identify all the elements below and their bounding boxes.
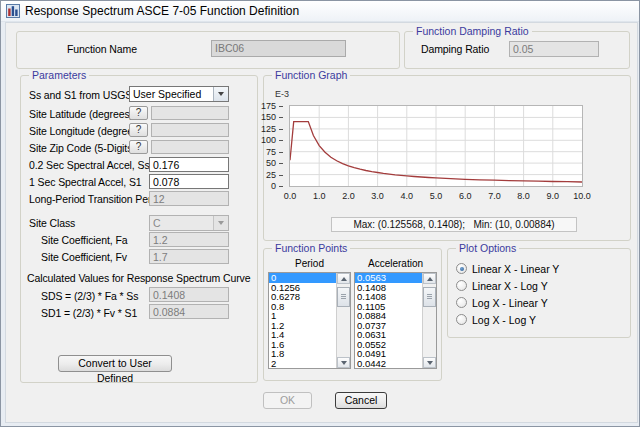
fa-input[interactable]: 1.2: [149, 232, 229, 247]
damping-ratio-label: Damping Ratio: [421, 43, 489, 55]
x-tick-label: 4.0: [401, 191, 414, 201]
y-axis-ticks: 1751501251007550250: [253, 106, 283, 186]
list-item[interactable]: 0.8: [269, 302, 336, 312]
cancel-button[interactable]: Cancel: [335, 392, 387, 409]
list-item[interactable]: 2: [269, 359, 336, 369]
usgs-label: Ss and S1 from USGS -: [29, 89, 138, 101]
x-tick-label: 5.0: [430, 191, 443, 201]
y-tick-label: 125: [261, 124, 276, 134]
site-zip-input[interactable]: [151, 140, 229, 154]
plot-option-4[interactable]: Log X - Log Y: [456, 314, 624, 325]
plot-option-label: Linear X - Linear Y: [472, 263, 559, 275]
function-name-label: Function Name: [67, 43, 137, 55]
s1-label: 1 Sec Spectral Accel, S1: [29, 176, 142, 188]
y-tick-label: 25: [266, 170, 276, 180]
plot-option-1[interactable]: Linear X - Linear Y: [456, 263, 624, 274]
fv-label: Site Coefficient, Fv: [41, 251, 127, 263]
sd1-input[interactable]: 0.0884: [149, 304, 229, 319]
damping-ratio-input[interactable]: 0.05: [509, 41, 599, 57]
radio-icon[interactable]: [456, 297, 467, 308]
y-tick-label: 175: [261, 101, 276, 111]
period-list[interactable]: 00.12560.62780.811.21.41.61.82: [268, 272, 351, 369]
x-tick-label: 0.0: [284, 191, 297, 201]
plot-option-label: Linear X - Log Y: [472, 280, 548, 292]
sds-input[interactable]: 0.1408: [149, 287, 229, 302]
plot-options-group-label: Plot Options: [456, 242, 519, 254]
dialog-window: Response Spectrum ASCE 7-05 Function Def…: [0, 0, 640, 427]
x-tick-label: 7.0: [488, 191, 501, 201]
y-tick-label: 0: [271, 181, 276, 191]
x-tick-label: 1.0: [313, 191, 326, 201]
x-tick-label: 3.0: [371, 191, 384, 201]
x-tick-label: 2.0: [342, 191, 355, 201]
ok-button[interactable]: OK: [263, 392, 312, 409]
ss-input[interactable]: 0.176: [149, 157, 229, 172]
scroll-up-icon[interactable]: [423, 273, 436, 284]
chevron-down-icon[interactable]: [213, 87, 228, 101]
acceleration-list-items[interactable]: 0.05630.14080.14080.11050.08840.07370.06…: [355, 273, 422, 368]
damping-group-label: Function Damping Ratio: [413, 25, 532, 37]
y-tick-label: 100: [261, 135, 276, 145]
x-tick-label: 8.0: [517, 191, 530, 201]
fv-input[interactable]: 1.7: [149, 249, 229, 264]
app-icon: [6, 4, 20, 18]
calculated-values-label: Calculated Values for Response Spectrum …: [27, 272, 251, 284]
site-longitude-label: Site Longitude (degrees): [29, 125, 142, 137]
plot-option-label: Log X - Log Y: [472, 314, 536, 326]
list-item[interactable]: 0.0442: [355, 359, 422, 369]
fa-label: Site Coefficient, Fa: [41, 234, 128, 246]
max-min-status: Max: (0.125568, 0.1408); Min: (10, 0.008…: [331, 217, 577, 232]
scrollbar-thumb[interactable]: [337, 287, 350, 307]
plot-option-label: Log X - Linear Y: [472, 297, 548, 309]
response-spectrum-plot: [289, 105, 583, 187]
scroll-up-icon[interactable]: [337, 273, 350, 284]
ss-label: 0.2 Sec Spectral Accel, Ss: [29, 159, 150, 171]
site-class-select[interactable]: C: [149, 215, 229, 231]
sd1-label: SD1 = (2/3) * Fv * S1: [41, 307, 137, 319]
y-tick-label: 75: [266, 147, 276, 157]
usgs-select[interactable]: User Specified: [129, 86, 229, 102]
acceleration-list-scrollbar[interactable]: [422, 273, 436, 368]
sds-label: SDS = (2/3) * Fa * Ss: [41, 290, 138, 302]
list-item[interactable]: 1.8: [269, 349, 336, 359]
function-graph-group-label: Function Graph: [272, 69, 350, 81]
scrollbar-thumb[interactable]: [423, 287, 436, 307]
y-tick-label: 50: [266, 158, 276, 168]
chevron-down-icon: [213, 216, 228, 230]
plot-option-2[interactable]: Linear X - Log Y: [456, 280, 624, 291]
acceleration-header: Acceleration: [354, 258, 437, 269]
site-longitude-input[interactable]: [151, 123, 229, 137]
scroll-down-icon[interactable]: [423, 357, 436, 368]
y-axis-unit-label: E-3: [275, 89, 289, 99]
function-points-group-label: Function Points: [272, 242, 350, 254]
site-latitude-help-button[interactable]: ?: [129, 106, 148, 120]
function-name-input[interactable]: IBC06: [211, 40, 346, 57]
scroll-down-icon[interactable]: [337, 357, 350, 368]
plot-option-3[interactable]: Log X - Linear Y: [456, 297, 624, 308]
radio-icon[interactable]: [456, 314, 467, 325]
period-list-items[interactable]: 00.12560.62780.811.21.41.61.82: [269, 273, 336, 368]
y-tick-label: 150: [261, 112, 276, 122]
s1-input[interactable]: 0.078: [149, 174, 229, 189]
window-title: Response Spectrum ASCE 7-05 Function Def…: [25, 4, 299, 18]
site-longitude-help-button[interactable]: ?: [129, 123, 148, 137]
radio-icon[interactable]: [456, 263, 467, 274]
plot-options-radio-list: Linear X - Linear YLinear X - Log YLog X…: [456, 263, 624, 331]
spectrum-curve: [290, 106, 582, 186]
x-tick-label: 9.0: [547, 191, 560, 201]
period-header: Period: [268, 258, 351, 269]
parameters-group-label: Parameters: [29, 69, 89, 81]
period-list-scrollbar[interactable]: [336, 273, 350, 368]
long-period-input[interactable]: 12: [149, 191, 229, 206]
radio-icon[interactable]: [456, 280, 467, 291]
acceleration-list[interactable]: 0.05630.14080.14080.11050.08840.07370.06…: [354, 272, 437, 369]
site-zip-help-button[interactable]: ?: [129, 140, 148, 154]
site-latitude-label: Site Latitude (degrees): [29, 108, 133, 120]
x-tick-label: 10.0: [573, 191, 591, 201]
site-class-value: C: [150, 216, 213, 230]
convert-to-user-defined-button[interactable]: Convert to User Defined: [58, 355, 172, 372]
usgs-select-value: User Specified: [130, 87, 213, 101]
site-latitude-input[interactable]: [151, 106, 229, 120]
x-tick-label: 6.0: [459, 191, 472, 201]
site-class-label: Site Class: [29, 217, 75, 229]
